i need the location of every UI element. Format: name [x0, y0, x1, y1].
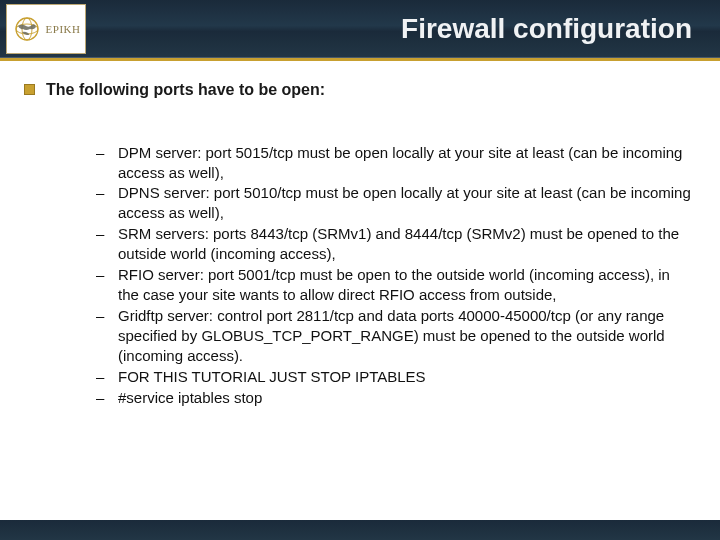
list-item: DPM server: port 5015/tcp must be open l…: [96, 143, 694, 183]
list-item: #service iptables stop: [96, 388, 694, 408]
slide-body: The following ports have to be open: DPM…: [0, 61, 720, 408]
slide-header: EPIKH Firewall configuration: [0, 0, 720, 58]
logo: EPIKH: [6, 4, 86, 54]
port-list: DPM server: port 5015/tcp must be open l…: [22, 143, 694, 408]
main-bullet-list: The following ports have to be open:: [22, 79, 694, 101]
list-item: RFIO server: port 5001/tcp must be open …: [96, 265, 694, 305]
logo-text: EPIKH: [46, 23, 81, 35]
slide-title: Firewall configuration: [0, 13, 720, 45]
slide-footer: [0, 520, 720, 540]
list-item: SRM servers: ports 8443/tcp (SRMv1) and …: [96, 224, 694, 264]
list-item: DPNS server: port 5010/tcp must be open …: [96, 183, 694, 223]
globe-icon: [12, 14, 42, 44]
main-bullet-item: The following ports have to be open:: [22, 79, 694, 101]
list-item: Gridftp server: control port 2811/tcp an…: [96, 306, 694, 366]
list-item: FOR THIS TUTORIAL JUST STOP IPTABLES: [96, 367, 694, 387]
